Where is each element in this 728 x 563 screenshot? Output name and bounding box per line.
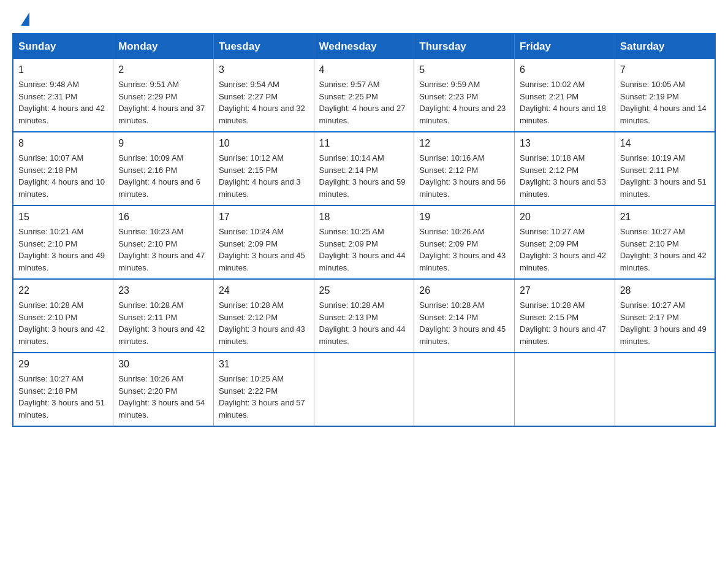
day-info: Sunrise: 10:24 AMSunset: 2:09 PMDaylight…: [219, 227, 305, 272]
calendar-day-cell: 7 Sunrise: 10:05 AMSunset: 2:19 PMDaylig…: [615, 59, 715, 132]
day-number: 27: [520, 283, 610, 298]
day-info: Sunrise: 10:27 AMSunset: 2:17 PMDaylight…: [620, 301, 707, 346]
header-row: Sunday Monday Tuesday Wednesday Thursday…: [13, 34, 715, 59]
day-number: 26: [419, 283, 509, 298]
calendar-header: Sunday Monday Tuesday Wednesday Thursday…: [13, 34, 715, 59]
calendar-day-cell: [414, 353, 515, 426]
calendar-day-cell: 15 Sunrise: 10:21 AMSunset: 2:10 PMDayli…: [13, 205, 113, 279]
day-number: 3: [219, 63, 309, 77]
day-number: 16: [118, 210, 208, 224]
day-number: 10: [219, 136, 309, 151]
header-monday: Monday: [113, 34, 214, 59]
day-info: Sunrise: 10:12 AMSunset: 2:15 PMDaylight…: [219, 153, 301, 199]
calendar-day-cell: [515, 353, 615, 426]
calendar-day-cell: 6 Sunrise: 10:02 AMSunset: 2:21 PMDaylig…: [515, 59, 615, 132]
day-number: 9: [118, 136, 208, 151]
calendar-day-cell: 29 Sunrise: 10:27 AMSunset: 2:18 PMDayli…: [13, 353, 113, 426]
day-number: 5: [419, 63, 509, 77]
day-number: 25: [319, 283, 409, 298]
day-info: Sunrise: 9:51 AMSunset: 2:29 PMDaylight:…: [118, 80, 205, 125]
day-number: 20: [520, 210, 610, 224]
calendar-day-cell: 30 Sunrise: 10:26 AMSunset: 2:20 PMDayli…: [113, 353, 214, 426]
day-number: 14: [620, 136, 710, 151]
day-number: 21: [620, 210, 710, 224]
day-info: Sunrise: 10:27 AMSunset: 2:09 PMDaylight…: [520, 227, 606, 272]
calendar-day-cell: 10 Sunrise: 10:12 AMSunset: 2:15 PMDayli…: [213, 132, 314, 205]
day-info: Sunrise: 10:16 AMSunset: 2:12 PMDaylight…: [419, 153, 506, 199]
day-info: Sunrise: 9:57 AMSunset: 2:25 PMDaylight:…: [319, 80, 406, 125]
calendar-day-cell: 24 Sunrise: 10:28 AMSunset: 2:12 PMDayli…: [213, 279, 314, 353]
day-number: 30: [118, 357, 208, 372]
calendar-week-row: 29 Sunrise: 10:27 AMSunset: 2:18 PMDayli…: [13, 353, 715, 426]
calendar-week-row: 8 Sunrise: 10:07 AMSunset: 2:18 PMDaylig…: [13, 132, 715, 205]
calendar-day-cell: 14 Sunrise: 10:19 AMSunset: 2:11 PMDayli…: [615, 132, 715, 205]
header-friday: Friday: [515, 34, 615, 59]
day-info: Sunrise: 9:54 AMSunset: 2:27 PMDaylight:…: [219, 80, 305, 125]
calendar-day-cell: 21 Sunrise: 10:27 AMSunset: 2:10 PMDayli…: [615, 205, 715, 279]
day-info: Sunrise: 10:25 AMSunset: 2:09 PMDaylight…: [319, 227, 406, 272]
page-header: [0, 0, 728, 33]
day-info: Sunrise: 10:05 AMSunset: 2:19 PMDaylight…: [620, 80, 707, 125]
header-saturday: Saturday: [615, 34, 715, 59]
day-info: Sunrise: 10:23 AMSunset: 2:10 PMDaylight…: [118, 227, 205, 272]
day-number: 1: [18, 63, 108, 77]
day-number: 29: [18, 357, 108, 372]
day-number: 12: [419, 136, 509, 151]
day-info: Sunrise: 10:18 AMSunset: 2:12 PMDaylight…: [520, 153, 606, 199]
calendar-day-cell: [314, 353, 414, 426]
day-info: Sunrise: 10:28 AMSunset: 2:13 PMDaylight…: [319, 301, 406, 346]
day-info: Sunrise: 10:27 AMSunset: 2:18 PMDaylight…: [18, 374, 105, 419]
calendar-day-cell: 20 Sunrise: 10:27 AMSunset: 2:09 PMDayli…: [515, 205, 615, 279]
day-info: Sunrise: 10:28 AMSunset: 2:10 PMDaylight…: [18, 301, 105, 346]
header-sunday: Sunday: [13, 34, 113, 59]
calendar-week-row: 15 Sunrise: 10:21 AMSunset: 2:10 PMDayli…: [13, 205, 715, 279]
calendar-day-cell: 18 Sunrise: 10:25 AMSunset: 2:09 PMDayli…: [314, 205, 414, 279]
day-number: 31: [219, 357, 309, 372]
day-info: Sunrise: 10:21 AMSunset: 2:10 PMDaylight…: [18, 227, 105, 272]
calendar-day-cell: 19 Sunrise: 10:26 AMSunset: 2:09 PMDayli…: [414, 205, 515, 279]
logo: [18, 12, 29, 27]
day-info: Sunrise: 9:59 AMSunset: 2:23 PMDaylight:…: [419, 80, 506, 125]
calendar-day-cell: 8 Sunrise: 10:07 AMSunset: 2:18 PMDaylig…: [13, 132, 113, 205]
calendar-day-cell: 26 Sunrise: 10:28 AMSunset: 2:14 PMDayli…: [414, 279, 515, 353]
calendar-day-cell: 28 Sunrise: 10:27 AMSunset: 2:17 PMDayli…: [615, 279, 715, 353]
calendar-day-cell: 16 Sunrise: 10:23 AMSunset: 2:10 PMDayli…: [113, 205, 214, 279]
day-number: 13: [520, 136, 610, 151]
day-number: 18: [319, 210, 409, 224]
day-number: 22: [18, 283, 108, 298]
day-info: Sunrise: 10:28 AMSunset: 2:11 PMDaylight…: [118, 301, 205, 346]
calendar-day-cell: 11 Sunrise: 10:14 AMSunset: 2:14 PMDayli…: [314, 132, 414, 205]
calendar-day-cell: 23 Sunrise: 10:28 AMSunset: 2:11 PMDayli…: [113, 279, 214, 353]
calendar-table: Sunday Monday Tuesday Wednesday Thursday…: [12, 33, 716, 427]
calendar-day-cell: 3 Sunrise: 9:54 AMSunset: 2:27 PMDayligh…: [213, 59, 314, 132]
day-info: Sunrise: 10:26 AMSunset: 2:20 PMDaylight…: [118, 374, 205, 419]
calendar-day-cell: 22 Sunrise: 10:28 AMSunset: 2:10 PMDayli…: [13, 279, 113, 353]
day-number: 11: [319, 136, 409, 151]
calendar-container: Sunday Monday Tuesday Wednesday Thursday…: [0, 33, 728, 439]
day-number: 19: [419, 210, 509, 224]
day-info: Sunrise: 10:28 AMSunset: 2:12 PMDaylight…: [219, 301, 305, 346]
calendar-day-cell: 5 Sunrise: 9:59 AMSunset: 2:23 PMDayligh…: [414, 59, 515, 132]
day-number: 28: [620, 283, 710, 298]
day-info: Sunrise: 10:27 AMSunset: 2:10 PMDaylight…: [620, 227, 707, 272]
day-info: Sunrise: 10:09 AMSunset: 2:16 PMDaylight…: [118, 153, 200, 199]
day-number: 8: [18, 136, 108, 151]
day-number: 15: [18, 210, 108, 224]
calendar-day-cell: [615, 353, 715, 426]
day-number: 6: [520, 63, 610, 77]
day-info: Sunrise: 10:02 AMSunset: 2:21 PMDaylight…: [520, 80, 606, 125]
header-thursday: Thursday: [414, 34, 515, 59]
calendar-day-cell: 1 Sunrise: 9:48 AMSunset: 2:31 PMDayligh…: [13, 59, 113, 132]
calendar-day-cell: 13 Sunrise: 10:18 AMSunset: 2:12 PMDayli…: [515, 132, 615, 205]
calendar-body: 1 Sunrise: 9:48 AMSunset: 2:31 PMDayligh…: [13, 59, 715, 426]
day-info: Sunrise: 10:28 AMSunset: 2:15 PMDaylight…: [520, 301, 606, 346]
calendar-day-cell: 27 Sunrise: 10:28 AMSunset: 2:15 PMDayli…: [515, 279, 615, 353]
calendar-week-row: 1 Sunrise: 9:48 AMSunset: 2:31 PMDayligh…: [13, 59, 715, 132]
calendar-day-cell: 25 Sunrise: 10:28 AMSunset: 2:13 PMDayli…: [314, 279, 414, 353]
day-number: 17: [219, 210, 309, 224]
calendar-day-cell: 4 Sunrise: 9:57 AMSunset: 2:25 PMDayligh…: [314, 59, 414, 132]
calendar-day-cell: 31 Sunrise: 10:25 AMSunset: 2:22 PMDayli…: [213, 353, 314, 426]
calendar-week-row: 22 Sunrise: 10:28 AMSunset: 2:10 PMDayli…: [13, 279, 715, 353]
calendar-day-cell: 12 Sunrise: 10:16 AMSunset: 2:12 PMDayli…: [414, 132, 515, 205]
day-number: 4: [319, 63, 409, 77]
